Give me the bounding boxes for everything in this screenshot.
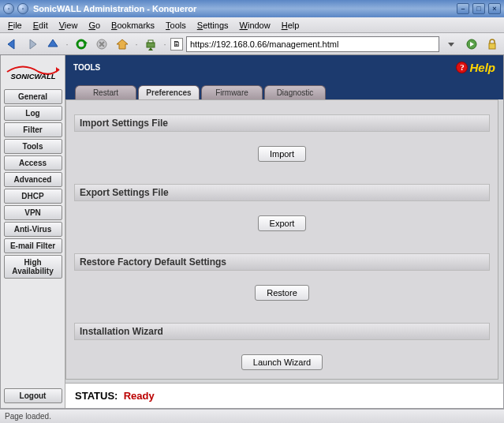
section-export-header: Export Settings File (74, 184, 490, 201)
status-label: STATUS: (75, 390, 118, 402)
sidebar-item-general[interactable]: General (4, 89, 62, 104)
import-button[interactable]: Import (258, 146, 306, 162)
maximize-button[interactable]: □ (472, 3, 485, 14)
window-titlebar: ◦ ◦ SonicWALL Administration - Konqueror… (0, 0, 504, 17)
content-area: TOOLS ? Help Restart Preferences Firmwar… (65, 55, 503, 408)
svg-marker-11 (148, 47, 153, 51)
menu-edit[interactable]: Edit (28, 19, 53, 32)
url-favicon: 🗎 (170, 38, 183, 51)
section-restore-header: Restore Factory Default Settings (74, 253, 490, 271)
tabstrip: Restart Preferences Firmware Diagnostic (65, 79, 503, 99)
svg-point-3 (77, 40, 85, 48)
menu-bookmarks[interactable]: Bookmarks (106, 19, 159, 32)
sidebar-item-dhcp[interactable]: DHCP (4, 189, 62, 204)
up-button[interactable] (44, 36, 62, 53)
reload-button[interactable] (73, 36, 90, 53)
menu-settings[interactable]: Settings (192, 19, 233, 32)
svg-marker-12 (448, 43, 454, 47)
tab-restart[interactable]: Restart (75, 85, 136, 99)
sidebar-item-emailfilter[interactable]: E-mail Filter (4, 238, 62, 253)
browser-statusbar: Page loaded. (0, 409, 504, 423)
sidebar-item-log[interactable]: Log (4, 106, 62, 121)
help-icon: ? (456, 62, 468, 73)
page-title: TOOLS (73, 63, 100, 72)
preferences-panel: Import Settings File Import Export Setti… (65, 99, 498, 380)
menu-go[interactable]: Go (84, 19, 105, 32)
toolbar-separator: · (65, 36, 69, 53)
section-import-header: Import Settings File (74, 114, 490, 132)
status-text: Page loaded. (5, 412, 51, 421)
app-menu-icon[interactable]: ◦ (3, 3, 14, 14)
back-button[interactable] (3, 36, 21, 53)
url-bar[interactable]: https://192.168.0.66/management.html (186, 36, 439, 52)
help-link[interactable]: ? Help (456, 61, 495, 74)
forward-button[interactable] (24, 36, 41, 53)
tab-firmware[interactable]: Firmware (201, 85, 263, 99)
tab-preferences[interactable]: Preferences (138, 85, 200, 99)
tab-diagnostic[interactable]: Diagnostic (264, 85, 326, 99)
security-button[interactable] (483, 36, 501, 53)
svg-marker-17 (56, 67, 59, 73)
menu-view[interactable]: View (54, 19, 83, 32)
menu-tools[interactable]: Tools (161, 19, 191, 32)
home-button[interactable] (114, 36, 131, 53)
launch-wizard-button[interactable]: Launch Wizard (241, 354, 323, 370)
sidebar-item-access[interactable]: Access (4, 155, 62, 170)
svg-marker-1 (30, 39, 36, 49)
help-label: Help (469, 61, 495, 74)
toolbar-separator-3: · (162, 36, 167, 53)
menu-file[interactable]: File (3, 19, 27, 32)
svg-rect-10 (148, 40, 153, 43)
minimize-button[interactable]: – (457, 3, 469, 14)
go-button[interactable] (463, 36, 480, 53)
url-dropdown-button[interactable] (442, 36, 460, 53)
export-button[interactable]: Export (258, 215, 307, 231)
status-value: Ready (124, 390, 155, 402)
logout-button[interactable]: Logout (4, 388, 62, 403)
sidebar: SONICWALL General Log Filter Tools Acces… (1, 55, 65, 408)
menu-help[interactable]: Help (277, 19, 304, 32)
svg-marker-2 (48, 39, 58, 47)
sidebar-item-highavailability[interactable]: High Availability (4, 255, 62, 279)
print-button[interactable] (142, 36, 159, 53)
svg-rect-9 (147, 43, 155, 47)
toolbar-separator-2: · (134, 36, 139, 53)
sidebar-item-advanced[interactable]: Advanced (4, 172, 62, 187)
section-wizard-header: Installation Wizard (74, 323, 490, 340)
tools-header: TOOLS ? Help (65, 55, 503, 79)
sidebar-item-vpn[interactable]: VPN (4, 205, 62, 220)
status-bar-inner: STATUS: Ready (65, 383, 503, 408)
menubar: File Edit View Go Bookmarks Tools Settin… (0, 17, 504, 33)
app-pin-icon[interactable]: ◦ (17, 3, 28, 14)
svg-text:SONICWALL: SONICWALL (10, 72, 55, 80)
sidebar-item-filter[interactable]: Filter (4, 122, 62, 137)
svg-marker-8 (117, 39, 128, 49)
sidebar-item-antivirus[interactable]: Anti-Virus (4, 222, 62, 237)
sidebar-item-tools[interactable]: Tools (4, 139, 62, 154)
stop-button[interactable] (93, 36, 110, 53)
svg-marker-0 (8, 39, 14, 49)
close-button[interactable]: × (488, 3, 501, 14)
app-body: SONICWALL General Log Filter Tools Acces… (0, 55, 504, 409)
window-title: SonicWALL Administration - Konqueror (33, 4, 457, 13)
toolbar: · · · 🗎 https://192.168.0.66/management.… (0, 33, 504, 55)
svg-rect-15 (489, 43, 495, 49)
restore-button[interactable]: Restore (255, 285, 309, 301)
menu-window[interactable]: Window (235, 19, 275, 32)
sonicwall-logo: SONICWALL (1, 55, 65, 88)
